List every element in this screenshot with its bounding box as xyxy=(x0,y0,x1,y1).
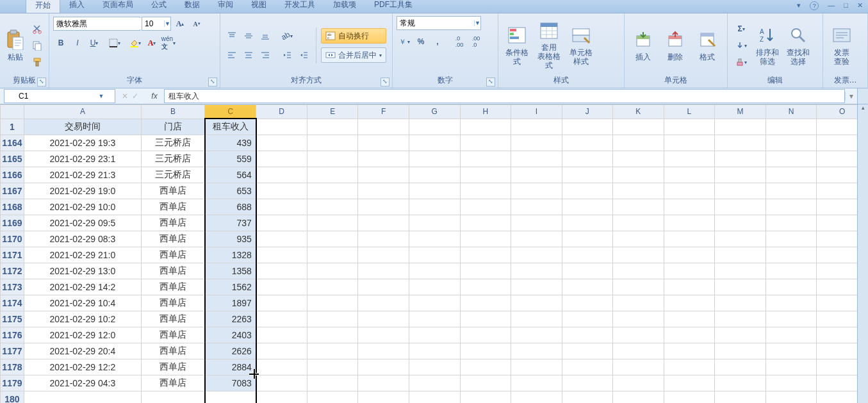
cell-A1175[interactable]: 2021-02-29 10:2 xyxy=(24,311,141,327)
cell-B1177[interactable]: 西单店 xyxy=(141,343,204,359)
cell-N1176[interactable] xyxy=(766,327,817,343)
cell-D1172[interactable] xyxy=(256,263,307,279)
cell-I1173[interactable] xyxy=(511,279,562,295)
cell-K1178[interactable] xyxy=(613,359,664,375)
cell-J1167[interactable] xyxy=(562,183,613,199)
tab-开始[interactable]: 开始 xyxy=(26,0,60,13)
font-name-input[interactable] xyxy=(54,18,155,29)
name-box-input[interactable] xyxy=(4,92,97,101)
cell-L1164[interactable] xyxy=(664,135,715,151)
cell-H1175[interactable] xyxy=(460,311,511,327)
cell-G1166[interactable] xyxy=(409,167,460,183)
cell-K180[interactable] xyxy=(613,391,664,404)
cell-H1165[interactable] xyxy=(460,151,511,167)
cell-B1171[interactable]: 西单店 xyxy=(141,247,204,263)
cell-G1164[interactable] xyxy=(409,135,460,151)
cell-D1165[interactable] xyxy=(256,151,307,167)
copy-button[interactable] xyxy=(29,38,45,53)
cell-C1176[interactable]: 2403 xyxy=(205,327,256,343)
cell-L1179[interactable] xyxy=(664,375,715,391)
cell-F180[interactable] xyxy=(358,391,409,404)
cell-F1165[interactable] xyxy=(358,151,409,167)
cell-I1178[interactable] xyxy=(511,359,562,375)
cell-N1175[interactable] xyxy=(766,311,817,327)
cell-G1165[interactable] xyxy=(409,151,460,167)
cell-G1167[interactable] xyxy=(409,183,460,199)
cell-I1175[interactable] xyxy=(511,311,562,327)
col-header-M[interactable]: M xyxy=(715,105,766,119)
cell-D1177[interactable] xyxy=(256,343,307,359)
cell-H1178[interactable] xyxy=(460,359,511,375)
cell-M1173[interactable] xyxy=(715,279,766,295)
cell-styles-button[interactable]: 单元格 样式 xyxy=(566,21,596,70)
cell-B180[interactable] xyxy=(141,391,204,404)
merge-center-button[interactable]: 合并后居中▾ xyxy=(321,47,386,63)
cell-N1[interactable] xyxy=(766,119,817,135)
cell-L1174[interactable] xyxy=(664,295,715,311)
clear-button[interactable]: ▾ xyxy=(732,54,751,70)
cell-N1166[interactable] xyxy=(766,167,817,183)
cell-K1164[interactable] xyxy=(613,135,664,151)
paste-button[interactable]: 粘贴 xyxy=(4,21,27,70)
tab-页面布局[interactable]: 页面布局 xyxy=(94,0,142,13)
cell-B1174[interactable]: 西单店 xyxy=(141,295,204,311)
cell-D1[interactable] xyxy=(256,119,307,135)
cell-C1171[interactable]: 1328 xyxy=(205,247,256,263)
cell-A1172[interactable]: 2021-02-29 13:0 xyxy=(24,263,141,279)
cell-J1174[interactable] xyxy=(562,295,613,311)
cell-D1175[interactable] xyxy=(256,311,307,327)
cell-C1164[interactable]: 439 xyxy=(205,135,256,151)
cell-G1172[interactable] xyxy=(409,263,460,279)
cell-G1169[interactable] xyxy=(409,215,460,231)
cell-M1[interactable] xyxy=(715,119,766,135)
cell-F1[interactable] xyxy=(358,119,409,135)
sort-filter-button[interactable]: AZ排序和 筛选 xyxy=(753,21,782,70)
cell-E1175[interactable] xyxy=(307,311,358,327)
cell-D1164[interactable] xyxy=(256,135,307,151)
format-as-table-button[interactable]: 套用 表格格式 xyxy=(534,21,564,70)
cell-C180[interactable] xyxy=(205,391,256,404)
cell-E1169[interactable] xyxy=(307,215,358,231)
cell-E180[interactable] xyxy=(307,391,358,404)
cell-K1179[interactable] xyxy=(613,375,664,391)
cell-F1176[interactable] xyxy=(358,327,409,343)
cell-A1176[interactable]: 2021-02-29 12:0 xyxy=(24,327,141,343)
cell-N1178[interactable] xyxy=(766,359,817,375)
cell-G1176[interactable] xyxy=(409,327,460,343)
cell-G1170[interactable] xyxy=(409,231,460,247)
cell-I1[interactable] xyxy=(511,119,562,135)
cell-F1171[interactable] xyxy=(358,247,409,263)
cell-A1171[interactable]: 2021-02-29 21:0 xyxy=(24,247,141,263)
cell-N1171[interactable] xyxy=(766,247,817,263)
cell-G1177[interactable] xyxy=(409,343,460,359)
decrease-indent-button[interactable] xyxy=(279,47,295,63)
cell-B1168[interactable]: 西单店 xyxy=(141,199,204,215)
cell-E1179[interactable] xyxy=(307,375,358,391)
phonetic-button[interactable]: wén文▾ xyxy=(161,35,176,51)
cell-L1166[interactable] xyxy=(664,167,715,183)
font-launcher[interactable]: ⤡ xyxy=(208,78,217,86)
cell-C1178[interactable]: 2884 xyxy=(205,359,256,375)
cell-J1175[interactable] xyxy=(562,311,613,327)
row-header-1177[interactable]: 1177 xyxy=(1,343,24,359)
cell-N1179[interactable] xyxy=(766,375,817,391)
tab-插入[interactable]: 插入 xyxy=(60,0,94,13)
cell-L1169[interactable] xyxy=(664,215,715,231)
cell-A1169[interactable]: 2021-02-29 09:5 xyxy=(24,215,141,231)
cell-J1171[interactable] xyxy=(562,247,613,263)
fill-color-button[interactable]: ▾ xyxy=(127,35,143,51)
cell-F1164[interactable] xyxy=(358,135,409,151)
number-launcher[interactable]: ⤡ xyxy=(486,78,495,86)
cell-M1172[interactable] xyxy=(715,263,766,279)
row-header-1174[interactable]: 1174 xyxy=(1,295,24,311)
border-button[interactable]: ▾ xyxy=(107,35,122,51)
cell-C1167[interactable]: 653 xyxy=(205,183,256,199)
cell-G1175[interactable] xyxy=(409,311,460,327)
underline-button[interactable]: U▾ xyxy=(86,35,102,51)
tab-PDF工具集[interactable]: PDF工具集 xyxy=(365,0,422,13)
col-header-C[interactable]: C xyxy=(205,105,256,119)
cell-A1[interactable]: 交易时间 xyxy=(24,119,141,135)
cell-C1[interactable]: 租车收入 xyxy=(205,119,256,135)
cell-J1166[interactable] xyxy=(562,167,613,183)
cell-K1176[interactable] xyxy=(613,327,664,343)
